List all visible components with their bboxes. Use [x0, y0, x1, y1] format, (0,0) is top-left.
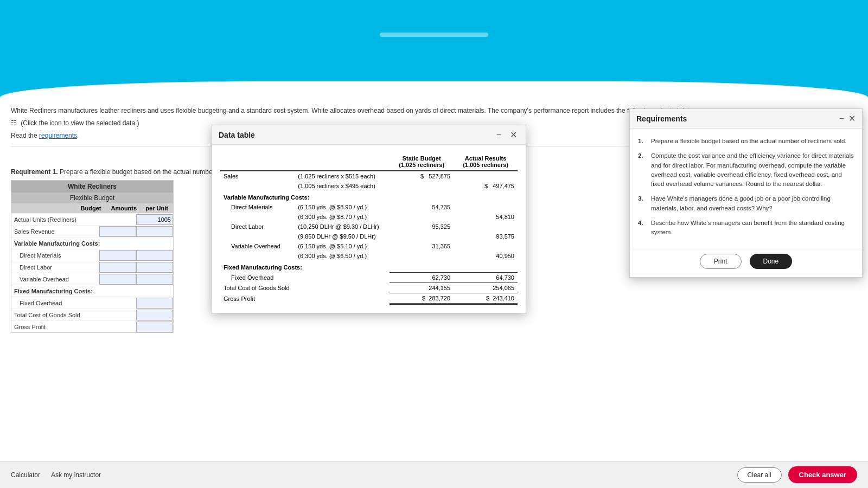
req-num-3: 3.: [638, 194, 647, 203]
sales-revenue-input2[interactable]: [136, 226, 173, 237]
ask-instructor-link[interactable]: Ask my instructor: [51, 471, 101, 479]
fo-detail: [295, 273, 390, 283]
dl-empty: [220, 232, 295, 241]
table-row-var-section: Variable Manufacturing Costs:: [220, 191, 518, 202]
direct-materials-label: Direct Materials: [11, 251, 99, 260]
read-label: Read the: [11, 132, 37, 139]
requirements-link[interactable]: requirements: [39, 132, 77, 139]
data-table: Static Budget(1,025 recliners) Actual Re…: [220, 153, 518, 305]
requirement-item-1: 1. Prepare a flexible budget based on th…: [638, 137, 854, 146]
vo-empty: [220, 251, 295, 261]
table-row-dl1: Direct Labor (10,250 DLHr @ $9.30 / DLHr…: [220, 222, 518, 232]
dm-static: 54,735: [390, 202, 454, 212]
dl-actual: 93,575: [454, 232, 518, 241]
gross-profit-input[interactable]: [136, 322, 173, 332]
tcogs-detail: [295, 283, 390, 293]
req-modal-close-btn[interactable]: ✕: [848, 113, 856, 124]
dl-static: 95,325: [390, 222, 454, 232]
gp-label: Gross Profit: [220, 293, 295, 304]
table-row-fo: Fixed Overhead 62,730 64,730: [220, 273, 518, 283]
direct-materials-input2[interactable]: [136, 250, 173, 261]
calculator-link[interactable]: Calculator: [11, 471, 40, 479]
direct-labor-input2[interactable]: [136, 262, 173, 273]
main-content: White Recliners manufactures leather rec…: [0, 98, 868, 488]
gp-detail: [295, 293, 390, 304]
req-modal-controls: − ✕: [839, 113, 856, 124]
check-answer-button[interactable]: Check answer: [788, 466, 857, 483]
actual-units-input[interactable]: 1005: [136, 214, 173, 225]
data-table-modal: Data table − ✕ Static Budget(1,025 recli…: [212, 125, 526, 313]
req-text-4: Describe how White's managers can benefi…: [651, 219, 854, 237]
bottom-bar: Calculator Ask my instructor Clear all C…: [0, 461, 868, 488]
req-modal-title: Requirements: [636, 114, 687, 123]
budget-row-var-overhead: Variable Overhead: [11, 273, 173, 285]
table-row-tcogs: Total Cost of Goods Sold 244,155 254,065: [220, 283, 518, 293]
vo-static2: [390, 251, 454, 261]
req-num-4: 4.: [638, 219, 647, 228]
sales-revenue-label: Sales Revenue: [11, 227, 99, 236]
total-cogs-label: Total Cost of Goods Sold: [11, 311, 99, 319]
intro-text-content: White Recliners manufactures leather rec…: [11, 107, 695, 114]
done-button[interactable]: Done: [750, 254, 793, 269]
empty-label: [220, 181, 295, 191]
table-row-fixed-section: Fixed Manufacturing Costs:: [220, 261, 518, 273]
req-text-3: Have White's managers done a good job or…: [651, 194, 854, 213]
dm-actual: 54,810: [454, 212, 518, 222]
req-text-2: Compute the cost variance and the effici…: [651, 151, 854, 189]
req-text-1: Prepare a flexible budget based on the a…: [651, 137, 847, 146]
requirement-item-4: 4. Describe how White's managers can ben…: [638, 219, 854, 237]
dl-static2: [390, 232, 454, 241]
table-row-gp: Gross Profit $ 283,720 $ 243,410: [220, 293, 518, 304]
fixed-overhead-label: Fixed Overhead: [11, 299, 99, 307]
req-num-1: 1.: [638, 137, 647, 146]
direct-labor-input1[interactable]: [99, 262, 136, 273]
th-actual: Actual Results(1,005 recliners): [454, 153, 518, 171]
sales-actual: $ 497,475: [454, 181, 518, 191]
data-table-close-btn[interactable]: ✕: [508, 130, 519, 140]
var-section-label: Variable Manufacturing Costs:: [220, 191, 518, 202]
sales-static: $ 527,875: [390, 171, 454, 181]
data-table-modal-title: Data table: [219, 131, 255, 139]
sales-static2: [390, 181, 454, 191]
data-table-modal-header: Data table − ✕: [212, 125, 526, 145]
budget-row-sales: Sales Revenue: [11, 225, 173, 237]
fixed-overhead-input[interactable]: [136, 298, 173, 309]
budget-row-direct-labor: Direct Labor: [11, 261, 173, 273]
table-row-sales1: Sales (1,025 recliners x $515 each) $ 52…: [220, 171, 518, 181]
requirement-item-3: 3. Have White's managers done a good job…: [638, 194, 854, 213]
direct-materials-input1[interactable]: [99, 250, 136, 261]
requirement-item-2: 2. Compute the cost variance and the eff…: [638, 151, 854, 189]
variable-overhead-input2[interactable]: [136, 274, 173, 285]
data-table-minimize-btn[interactable]: −: [494, 130, 503, 140]
req-modal-minimize-btn[interactable]: −: [839, 113, 844, 124]
budget-row-fixed-overhead: Fixed Overhead: [11, 297, 173, 309]
gross-profit-label: Gross Profit: [11, 323, 99, 331]
vo-actual: 40,950: [454, 251, 518, 261]
requirements-list: 1. Prepare a flexible budget based on th…: [638, 137, 854, 237]
data-table-modal-body: Static Budget(1,025 recliners) Actual Re…: [212, 145, 526, 313]
direct-labor-label: Direct Labor: [11, 263, 99, 272]
total-cogs-input[interactable]: [136, 310, 173, 320]
col-headers: Budget Amounts per Unit: [11, 203, 173, 213]
gp-actual: $ 243,410: [454, 293, 518, 304]
col-spacer: [11, 203, 75, 213]
clear-all-button[interactable]: Clear all: [737, 467, 782, 483]
dl-detail1: (10,250 DLHr @ $9.30 / DLHr): [295, 222, 390, 232]
th-description: [220, 153, 295, 171]
bottom-bar-actions: Clear all Check answer: [737, 466, 857, 483]
col-amounts: Amounts: [107, 203, 141, 213]
vo-actual1: [454, 241, 518, 251]
variable-overhead-input1[interactable]: [99, 274, 136, 285]
vo-detail1: (6,150 yds. @ $5.10 / yd.): [295, 241, 390, 251]
flex-budget-header: White Recliners: [11, 181, 173, 192]
requirements-modal: Requirements − ✕ 1. Prepare a flexible b…: [629, 108, 863, 278]
dm-actual1: [454, 202, 518, 212]
click-text: (Click the icon to view the selected dat…: [21, 119, 139, 127]
dm-detail2: (6,300 yds. @ $8.70 / yd.): [295, 212, 390, 222]
print-button[interactable]: Print: [700, 254, 742, 269]
sales-detail1: (1,025 recliners x $515 each): [295, 171, 390, 181]
sales-revenue-input1[interactable]: [99, 226, 136, 237]
table-row-sales2: (1,005 recliners x $495 each) $ 497,475: [220, 181, 518, 191]
fixed-mfg-costs-label: Fixed Manufacturing Costs:: [11, 287, 173, 296]
tcogs-actual: 254,065: [454, 283, 518, 293]
